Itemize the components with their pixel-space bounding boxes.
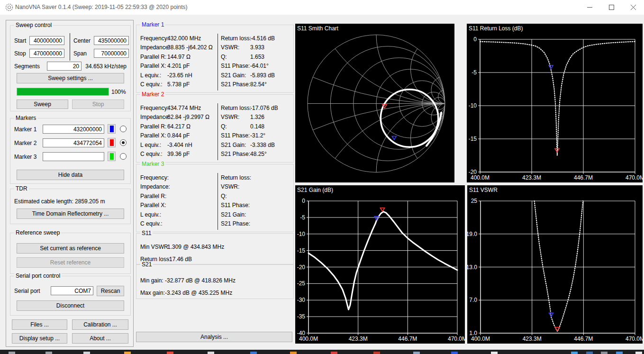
stop-input[interactable] (29, 49, 64, 58)
detail-label: Q: (221, 54, 227, 60)
taskbar-icon[interactable] (586, 352, 593, 354)
svg-text:-5: -5 (300, 214, 305, 221)
reset-reference-button[interactable]: Reset reference (17, 257, 124, 268)
taskbar-icon[interactable] (83, 352, 90, 354)
sweep-settings-button[interactable]: Sweep settings ... (17, 73, 124, 83)
detail-label: Return loss: (221, 35, 251, 42)
detail-label: C equiv.: (140, 220, 162, 227)
marker-detail-box: Marker 3Frequency:Impedance:Parallel R:P… (136, 164, 294, 232)
svg-text:0: 0 (473, 36, 477, 43)
sweep-button[interactable]: Sweep (17, 100, 68, 109)
progress-percent: 100% (111, 89, 126, 95)
disconnect-button[interactable]: Disconnect (17, 300, 124, 311)
marker-color-swatch[interactable] (108, 138, 116, 147)
svg-text:446.7M: 446.7M (574, 174, 593, 181)
left-panel: Sweep control Start Center Stop Span Seg… (6, 20, 134, 347)
detail-value: 432.000 MHz (167, 35, 201, 42)
s21-max-gain-value: -3.243 dB @ 435.225 MHz (165, 290, 232, 296)
serial-port-input[interactable] (51, 286, 93, 295)
start-input[interactable] (29, 36, 64, 45)
taskbar-icon[interactable] (635, 352, 642, 354)
window-title: NanoVNA Saver 0.1.4 (Sweep: 2019-11-05 2… (15, 4, 188, 10)
marker-select-radio[interactable] (120, 153, 127, 160)
taskbar-icon[interactable] (167, 352, 173, 354)
marker-detail-box: Marker 1Frequency:432.000 MHzImpedance:3… (136, 25, 294, 93)
svg-text:S11 VSWR: S11 VSWR (469, 187, 498, 193)
svg-text:-30: -30 (297, 297, 306, 303)
calibration-button[interactable]: Calibration ... (72, 319, 128, 330)
marker-frequency-input[interactable] (43, 152, 104, 161)
taskbar-icon[interactable] (373, 352, 380, 354)
detail-label: Parallel R: (140, 193, 166, 200)
taskbar[interactable] (0, 350, 644, 354)
about-button[interactable]: About ... (72, 333, 128, 344)
svg-text:400.0M: 400.0M (471, 174, 490, 181)
s11-return-loss-chart[interactable]: 0-5-10-15-20400.0M423.3M446.7M470.0MS11 … (467, 24, 643, 182)
taskbar-icon[interactable] (491, 352, 498, 354)
taskbar-icon[interactable] (45, 352, 52, 354)
marker-select-radio[interactable] (120, 139, 127, 146)
display-setup-button[interactable]: Display setup ... (12, 333, 67, 344)
taskbar-icon[interactable] (331, 352, 337, 354)
maximize-button[interactable] (600, 0, 622, 15)
marker-frequency-input[interactable] (43, 138, 104, 147)
taskbar-icon[interactable] (208, 352, 214, 354)
taskbar-icon[interactable] (9, 352, 15, 354)
taskbar-icon[interactable] (290, 352, 297, 354)
marker-color-swatch[interactable] (108, 152, 116, 161)
center-input[interactable] (94, 36, 129, 45)
detail-label: Return loss: (221, 105, 251, 111)
detail-label: Parallel X: (140, 63, 166, 69)
taskbar-icon[interactable] (571, 352, 578, 354)
svg-text:-35: -35 (297, 313, 306, 320)
segments-input[interactable] (47, 62, 82, 71)
taskbar-icon[interactable] (451, 352, 458, 354)
detail-value: 3.933 (250, 44, 264, 51)
detail-value: 4.201 pF (167, 63, 190, 69)
marker-color (110, 139, 114, 146)
s11-smith-chart[interactable]: S11 Smith Chart (295, 24, 454, 182)
analysis-button[interactable]: Analysis ... (136, 332, 292, 342)
marker-detail-title: Marker 1 (140, 21, 165, 28)
marker-frequency-input[interactable] (43, 125, 104, 134)
sweep-control-group: Sweep control Start Center Stop Span Seg… (10, 25, 131, 111)
start-label: Start (14, 37, 26, 44)
taskbar-icon[interactable] (616, 352, 623, 354)
detail-value: 0.148 (250, 123, 264, 130)
s21-info-group: S21 Min gain: -32.877 dB @ 418.826 MHz M… (136, 264, 294, 299)
detail-value: 38.835 -j64.202 Ω (167, 44, 213, 51)
marker-color-swatch[interactable] (108, 124, 116, 134)
marker-color (110, 153, 114, 160)
marker-select-radio[interactable] (120, 126, 127, 132)
sweep-progress-bar (17, 88, 109, 96)
taskbar-icon[interactable] (413, 352, 420, 354)
detail-label: S21 Phase: (221, 81, 250, 88)
app-window: NanoVNA Saver 0.1.4 (Sweep: 2019-11-05 2… (0, 0, 644, 350)
rescan-button[interactable]: Rescan (97, 286, 124, 296)
close-button[interactable] (622, 0, 644, 15)
taskbar-icon[interactable] (250, 352, 257, 354)
svg-text:446.7M: 446.7M (398, 336, 417, 342)
span-input[interactable] (94, 49, 129, 58)
s21-gain-chart[interactable]: 0-5-10-15-20-25-30-35-40400.0M423.3M446.… (295, 185, 465, 344)
detail-label: Parallel R: (140, 54, 166, 60)
titlebar[interactable]: NanoVNA Saver 0.1.4 (Sweep: 2019-11-05 2… (0, 0, 644, 15)
s11-min-vswr-label: Min VSWR: (140, 244, 170, 250)
reference-sweep-group: Reference sweep Set current as reference… (10, 233, 131, 274)
set-reference-button[interactable]: Set current as reference (17, 243, 124, 254)
taskbar-icon[interactable] (601, 352, 608, 354)
tdr-button[interactable]: Time Domain Reflectometry ... (17, 209, 124, 219)
svg-text:13.0: 13.0 (467, 264, 477, 271)
detail-label: S21 Gain: (221, 72, 246, 79)
hide-data-button[interactable]: Hide data (17, 170, 124, 180)
detail-label: Impedance: (140, 44, 170, 51)
detail-label: S21 Gain: (221, 211, 246, 218)
detail-label: S21 Gain: (221, 142, 246, 148)
files-button[interactable]: Files ... (12, 319, 67, 330)
detail-value: 434.774 MHz (167, 105, 201, 111)
s11-vswr-chart[interactable]: 2519.013.07.01.0400.0M423.3M446.7M470.0M… (467, 185, 643, 344)
stop-button[interactable]: Stop (72, 100, 124, 109)
taskbar-icon[interactable] (124, 352, 131, 354)
minimize-button[interactable] (579, 0, 600, 15)
main-content: Sweep control Start Center Stop Span Seg… (0, 15, 644, 350)
